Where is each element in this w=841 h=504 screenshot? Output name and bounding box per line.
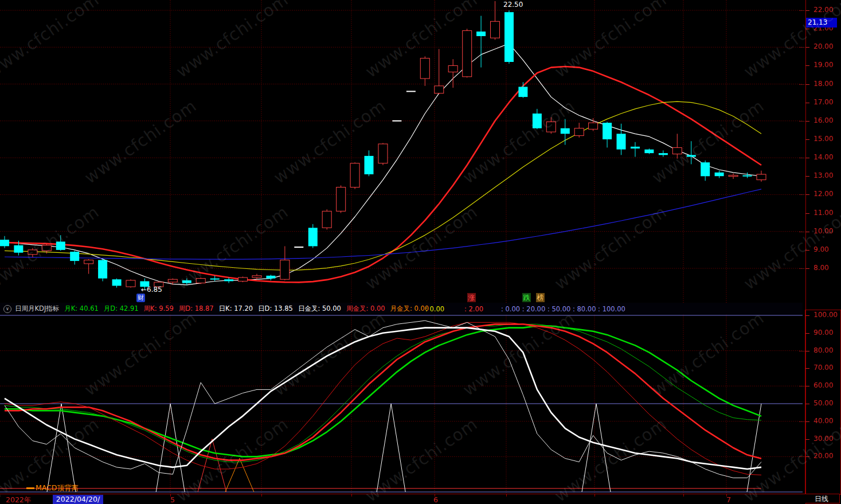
indicator-param: : 0.00 bbox=[425, 305, 444, 313]
ma-red bbox=[5, 67, 761, 282]
stock-chart-app: 22.50 ←6.85 财 涨 跌 榜 ∨ 日周月KDJ指标 月K: 40.61… bbox=[0, 0, 841, 504]
macd-legend-label: MACD顶背离 bbox=[36, 483, 79, 493]
indicator-value: 周D: 18.87 bbox=[179, 304, 214, 312]
low-price-annotation: ←6.85 bbox=[141, 286, 162, 294]
main-candlestick-panel[interactable] bbox=[0, 0, 803, 303]
candlestick-canvas[interactable] bbox=[0, 0, 803, 303]
indicator-param: : 2.00 bbox=[464, 305, 483, 313]
indicator-value: 月K: 40.61 bbox=[64, 304, 99, 312]
price-axis-label: 16.00 bbox=[813, 116, 833, 124]
indicator-param: : 0.00 : 20.00 : 50.00 : 80.00 : 100.00 bbox=[501, 305, 625, 313]
kdj-axis-label: 40.00 bbox=[813, 417, 833, 425]
last-price-tag: 21.13 bbox=[806, 18, 837, 28]
ma-blue bbox=[5, 189, 761, 259]
price-axis-label: 18.00 bbox=[813, 80, 833, 88]
price-axis-label: 10.00 bbox=[813, 227, 833, 235]
kdj-axis-label: 100.00 bbox=[813, 311, 838, 319]
price-axis-label: 13.00 bbox=[813, 171, 833, 179]
price-axis-label: 11.00 bbox=[813, 209, 833, 217]
kdj-日D bbox=[5, 328, 761, 469]
kdj-axis-label: 90.00 bbox=[813, 329, 833, 337]
indicator-value: 周K: 9.59 bbox=[144, 304, 174, 312]
kdj-axis-label: 60.00 bbox=[813, 381, 833, 389]
macd-divergence-legend[interactable]: MACD顶背离 bbox=[26, 484, 79, 492]
price-axis-label: 17.00 bbox=[813, 98, 833, 106]
kdj-月D bbox=[5, 326, 761, 457]
news-badge[interactable]: 财 bbox=[136, 294, 145, 302]
price-axis: 22.0021.0020.0019.0018.0017.0016.0015.00… bbox=[803, 0, 841, 303]
month-label: 7 bbox=[726, 495, 731, 504]
ma-yellow bbox=[5, 101, 761, 270]
price-axis-label: 19.00 bbox=[813, 61, 833, 69]
high-price-annotation: 22.50 bbox=[503, 1, 523, 9]
kdj-axis-label: 70.00 bbox=[813, 364, 833, 372]
kdj-周D bbox=[5, 324, 761, 460]
indicator-legend-bar: ∨ 日周月KDJ指标 月K: 40.61月D: 42.91周K: 9.59周D:… bbox=[0, 303, 803, 315]
indicator-value: 月D: 42.91 bbox=[104, 304, 139, 312]
indicator-title[interactable]: 日周月KDJ指标 bbox=[15, 304, 59, 313]
month-label: 5 bbox=[170, 495, 175, 504]
kdj-axis-label: 80.00 bbox=[813, 346, 833, 354]
indicator-values: 月K: 40.61月D: 42.91周K: 9.59周D: 18.87日K: 1… bbox=[64, 304, 434, 313]
kdj-axis-label: 20.00 bbox=[813, 452, 833, 460]
kdj-axis-label: 30.00 bbox=[813, 435, 833, 443]
price-axis-label: 15.00 bbox=[813, 135, 833, 143]
indicator-value: 月金叉: 0.00 bbox=[390, 304, 429, 312]
price-axis-label: 8.00 bbox=[813, 264, 829, 272]
kdj-月K bbox=[5, 324, 761, 462]
kdj-axis-label: 50.00 bbox=[813, 399, 833, 407]
kdj-panel[interactable] bbox=[0, 315, 803, 494]
rank-board-badge[interactable]: 榜 bbox=[536, 293, 545, 302]
rank-up-badge[interactable]: 涨 bbox=[467, 293, 476, 302]
indicator-value: 日D: 13.85 bbox=[258, 304, 293, 312]
collapse-chevron-icon[interactable]: ∨ bbox=[3, 305, 11, 313]
kdj-canvas[interactable] bbox=[0, 315, 803, 494]
price-axis-label: 22.00 bbox=[813, 6, 833, 14]
indicator-value: 周金叉: 0.00 bbox=[346, 304, 385, 312]
price-axis-label: 20.00 bbox=[813, 42, 833, 50]
year-label: 2022年 bbox=[6, 495, 31, 504]
rank-down-badge[interactable]: 跌 bbox=[522, 293, 531, 302]
month-label: 6 bbox=[433, 495, 438, 504]
date-tag[interactable]: 2022/04/20/三 bbox=[53, 495, 103, 504]
macd-legend-dash-icon bbox=[26, 487, 34, 489]
price-axis-label: 9.00 bbox=[813, 245, 829, 253]
price-axis-label: 14.00 bbox=[813, 153, 833, 161]
indicator-value: 日金叉: 50.00 bbox=[298, 304, 341, 312]
price-axis-label: 12.00 bbox=[813, 190, 833, 198]
indicator-value: 日K: 17.20 bbox=[219, 304, 253, 312]
period-selector[interactable]: 日线 bbox=[805, 494, 840, 503]
status-bar: 2022年 2022/04/20/三 567 bbox=[0, 494, 805, 504]
